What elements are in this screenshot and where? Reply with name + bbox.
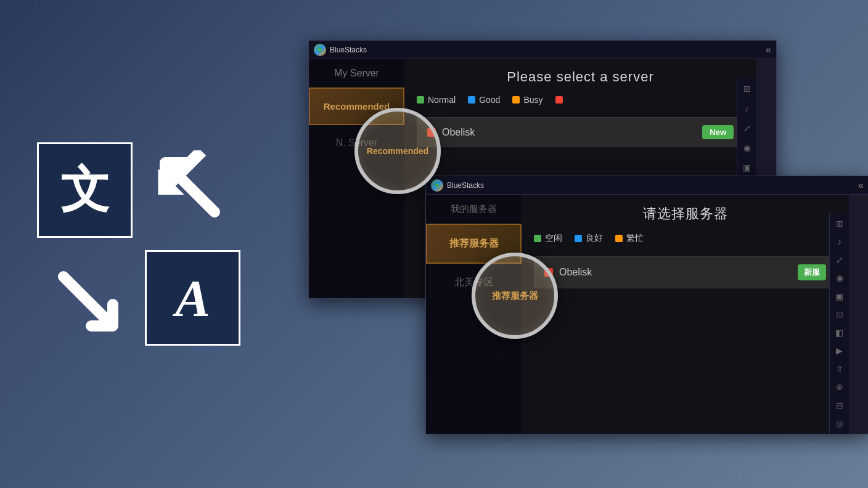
server-entry-obelisk-english[interactable]: Obelisk New <box>417 117 744 147</box>
collapse-btn-chinese[interactable]: « <box>858 181 864 190</box>
sidebar-pic-cn[interactable]: ◧ <box>833 327 846 338</box>
status-legend-chinese: 空闲 良好 繁忙 <box>534 233 837 244</box>
bluestacks-logo-chinese <box>431 179 443 192</box>
label-busy: Busy <box>523 95 542 105</box>
dot-idle-cn <box>534 235 541 242</box>
label-busy-cn: 繁忙 <box>626 233 644 244</box>
sidebar-vid-cn[interactable]: ▶ <box>833 346 846 357</box>
new-badge-chinese: 新服 <box>798 264 826 280</box>
label-normal: Normal <box>428 95 456 105</box>
collapse-btn-english[interactable]: « <box>766 45 771 55</box>
chinese-char: 文 <box>60 157 110 224</box>
sidebar-photo-cn[interactable]: ⊕ <box>833 382 846 393</box>
circle-magnifier-english: Recommended <box>354 108 441 194</box>
sidebar-screen-icon[interactable]: ▣ <box>741 161 753 174</box>
arrow-topleft-box <box>145 142 240 238</box>
title-bar-english: BlueStacks « <box>309 41 776 59</box>
status-idle-cn: 空闲 <box>534 233 562 244</box>
sidebar-location-cn[interactable]: ◎ <box>833 418 846 429</box>
label-good: Good <box>479 95 500 105</box>
sidebar-share-cn[interactable]: ⇧ <box>833 364 846 375</box>
sidebar-screen-cn[interactable]: ▣ <box>833 291 846 302</box>
arrow-bottomright-icon <box>45 258 125 338</box>
sidebar-fullscreen-icon[interactable]: ⤢ <box>741 122 753 134</box>
chinese-char-box: 文 <box>37 142 133 238</box>
sidebar-volume-icon[interactable]: ♪ <box>741 102 753 115</box>
server-name-obelisk-chinese: Obelisk <box>559 267 792 278</box>
sidebar-eye-cn[interactable]: ◉ <box>833 273 846 284</box>
status-good-cn: 良好 <box>575 233 603 244</box>
right-panel-chinese: 请选择服务器 空闲 良好 繁忙 Obelisk <box>522 195 849 434</box>
title-bar-text-english: BlueStacks <box>330 46 762 54</box>
label-good-cn: 良好 <box>586 233 603 244</box>
title-bar-chinese: BlueStacks « <box>426 176 868 195</box>
dot-extra <box>555 96 563 104</box>
dot-busy-cn <box>615 235 623 242</box>
panel-title-chinese: 请选择服务器 <box>534 205 837 223</box>
status-good: Good <box>468 95 500 105</box>
english-char-box: A <box>145 250 240 346</box>
translation-icon-area: 文 A <box>37 142 240 346</box>
server-name-obelisk-english: Obelisk <box>442 127 696 138</box>
panel-title-english: Please select a server <box>417 69 744 85</box>
dot-good <box>468 96 475 104</box>
status-busy: Busy <box>512 95 542 105</box>
arrow-bottomright-box <box>37 250 133 346</box>
my-server-item-cn[interactable]: 我的服务器 <box>426 195 522 224</box>
status-busy-cn: 繁忙 <box>615 233 644 244</box>
circle-magnifier-chinese: 推荐服务器 <box>472 253 558 339</box>
sidebar-fullscreen-cn[interactable]: ⤢ <box>833 254 846 266</box>
sidebar-expand-cn[interactable]: ⊞ <box>833 218 846 229</box>
sidebar-camera-cn[interactable]: ⊡ <box>833 309 846 320</box>
title-bar-controls-english: « <box>766 45 771 55</box>
sidebar-expand-icon[interactable]: ⊞ <box>741 83 753 95</box>
sidebar-save-cn[interactable]: ⊟ <box>833 400 846 411</box>
status-normal: Normal <box>417 95 456 105</box>
sidebar-eye-icon[interactable]: ◉ <box>741 142 753 154</box>
sidebar-volume-cn[interactable]: ♪ <box>833 237 846 248</box>
my-server-item[interactable]: My Server <box>309 59 404 87</box>
label-idle-cn: 空闲 <box>545 233 562 244</box>
dot-busy <box>512 96 520 104</box>
bs-sidebar-chinese: ⊞ ♪ ⤢ ◉ ▣ ⊡ ◧ ▶ ⇧ ⊕ ⊟ ◎ <box>829 213 849 434</box>
bluestacks-logo-english <box>314 44 326 56</box>
status-legend-english: Normal Good Busy <box>417 95 744 105</box>
title-bar-text-chinese: BlueStacks <box>447 181 854 190</box>
english-char: A <box>175 268 210 328</box>
server-entry-obelisk-chinese[interactable]: Obelisk 新服 <box>534 256 837 288</box>
arrow-topleft-icon <box>153 150 233 230</box>
status-extra <box>555 96 563 104</box>
new-badge-english: New <box>702 125 734 139</box>
dot-good-cn <box>575 235 582 242</box>
title-bar-controls-chinese: « <box>858 181 864 190</box>
dot-normal <box>417 96 424 104</box>
